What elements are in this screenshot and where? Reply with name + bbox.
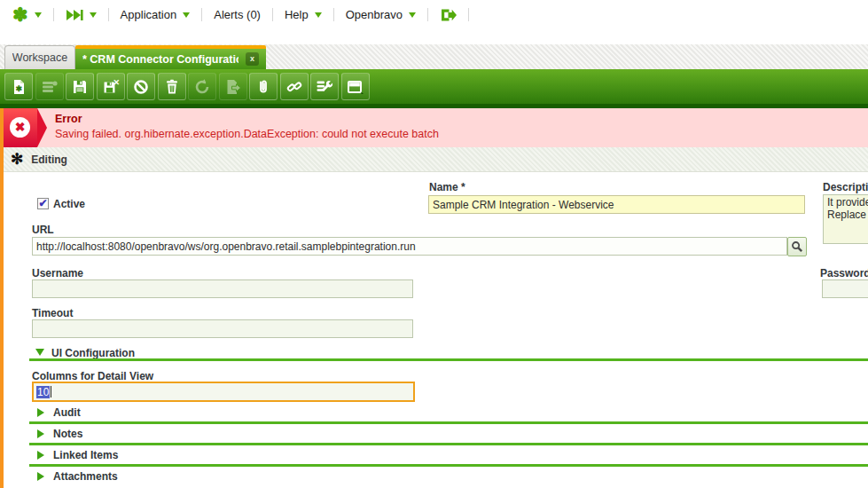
editing-label: Editing: [31, 153, 67, 166]
section-divider: [29, 358, 868, 361]
active-window-stripe: [0, 108, 4, 488]
separator: [272, 8, 273, 21]
description-textarea[interactable]: It provides Replace le: [823, 194, 868, 244]
form-view-icon: [346, 78, 364, 96]
separator: [468, 8, 469, 21]
section-audit[interactable]: Audit: [53, 406, 81, 419]
chevron-down-icon[interactable]: [35, 349, 44, 356]
logout-icon: [440, 8, 457, 22]
close-icon[interactable]: x: [246, 52, 259, 66]
error-chevron: [37, 108, 47, 147]
chevron-down-icon: [409, 12, 416, 18]
section-notes[interactable]: Notes: [53, 428, 82, 440]
chevron-down-icon: [35, 12, 42, 18]
password-label: Password: [820, 267, 868, 279]
asterisk-logo-icon: ✽: [12, 5, 28, 24]
tab-active-label: * CRM Connector Configuration ...: [82, 53, 239, 66]
refresh-icon: [193, 78, 211, 96]
section-divider: [29, 421, 868, 424]
columns-detail-label: Columns for Detail View: [32, 370, 153, 382]
section-ui-configuration[interactable]: UI Configuration: [51, 347, 135, 359]
text-cursor: [51, 386, 51, 397]
new-record-button[interactable]: ✱: [4, 73, 33, 100]
timeout-label: Timeout: [32, 307, 73, 319]
save-floppy-icon: [71, 78, 89, 96]
error-title: Error: [55, 113, 439, 125]
process-button[interactable]: [310, 73, 339, 100]
refresh-button: [188, 73, 216, 100]
chevron-right-icon[interactable]: [37, 408, 44, 417]
username-label: Username: [32, 267, 83, 279]
save-button[interactable]: [66, 73, 94, 100]
link-button[interactable]: [280, 73, 309, 100]
section-divider: [29, 443, 868, 445]
paperclip-icon: [254, 78, 272, 96]
chevron-right-icon[interactable]: [37, 472, 44, 481]
wrench-settings-icon: [316, 78, 334, 96]
separator: [53, 8, 54, 21]
section-divider: [29, 464, 868, 467]
delete-button[interactable]: [158, 73, 186, 100]
chevron-down-icon: [90, 12, 97, 18]
menu-alerts[interactable]: Alerts (0): [212, 8, 262, 21]
chevron-right-icon[interactable]: [37, 429, 44, 438]
attachment-button[interactable]: [249, 73, 278, 100]
menu-user-label: Openbravo: [346, 8, 403, 21]
export-button: [219, 73, 247, 100]
toolbar: ✱: [0, 69, 868, 108]
view-toggle-button[interactable]: [341, 73, 370, 100]
url-label: URL: [32, 224, 54, 236]
description-label: Description: [823, 181, 868, 193]
url-input[interactable]: [32, 237, 787, 256]
svg-text:✕: ✕: [113, 78, 120, 87]
cancel-circle-icon: [132, 78, 150, 96]
section-attachments[interactable]: Attachments: [53, 470, 118, 483]
save-close-floppy-icon: ✕: [102, 78, 120, 96]
trash-icon: [163, 78, 181, 96]
error-message: Saving failed. org.hibernate.exception.D…: [55, 128, 439, 140]
menu-user-openbravo[interactable]: Openbravo: [344, 8, 418, 21]
tab-strip: Workspace * CRM Connector Configuration …: [0, 44, 868, 69]
name-input[interactable]: [428, 195, 805, 214]
search-icon: [791, 240, 803, 253]
active-label: Active: [53, 198, 85, 210]
menubar: ✽ Application Alerts (0) Help Openbravo: [0, 0, 868, 29]
error-banner: ✖ Error Saving failed. org.hibernate.exc…: [0, 108, 868, 147]
skip-forward-icon: [66, 9, 83, 21]
separator: [333, 8, 334, 21]
username-input[interactable]: [32, 279, 413, 298]
undo-button[interactable]: [127, 73, 155, 100]
new-row-grid-button: [35, 73, 64, 100]
openbravo-logo-menu[interactable]: ✽: [11, 5, 43, 24]
grid-rows-icon: [41, 78, 59, 96]
menu-alerts-label: Alerts (0): [214, 8, 261, 21]
active-checkbox[interactable]: ✔: [37, 198, 49, 209]
separator: [427, 8, 428, 21]
separator: [201, 8, 202, 21]
menu-application-label: Application: [121, 8, 177, 21]
chevron-right-icon[interactable]: [37, 451, 44, 460]
save-and-close-button[interactable]: ✕: [97, 73, 125, 100]
url-search-button[interactable]: [787, 237, 807, 256]
tab-crm-connector-configuration[interactable]: * CRM Connector Configuration ... x: [75, 45, 266, 69]
new-document-icon: ✱: [10, 78, 27, 96]
chevron-down-icon: [315, 12, 322, 18]
password-input[interactable]: [822, 279, 868, 298]
tab-workspace-label: Workspace: [12, 51, 67, 64]
menu-help-label: Help: [285, 8, 309, 21]
section-linked-items[interactable]: Linked Items: [53, 449, 118, 461]
editing-statusbar: ✻ Editing: [0, 147, 868, 172]
quick-launch-menu[interactable]: [64, 9, 98, 21]
timeout-input[interactable]: [32, 319, 413, 338]
checkmark-icon: ✔: [38, 199, 48, 209]
logout-button[interactable]: [438, 8, 458, 22]
menu-help[interactable]: Help: [283, 8, 324, 21]
selected-text: 10: [36, 386, 50, 398]
chain-link-icon: [285, 78, 303, 96]
asterisk-icon: ✻: [11, 152, 23, 167]
tab-workspace[interactable]: Workspace: [4, 45, 75, 69]
name-label: Name *: [429, 181, 465, 193]
openbravo-window: ✽ Application Alerts (0) Help Openbravo: [0, 0, 868, 488]
menu-application[interactable]: Application: [119, 8, 192, 21]
columns-detail-input[interactable]: 10: [32, 382, 415, 402]
